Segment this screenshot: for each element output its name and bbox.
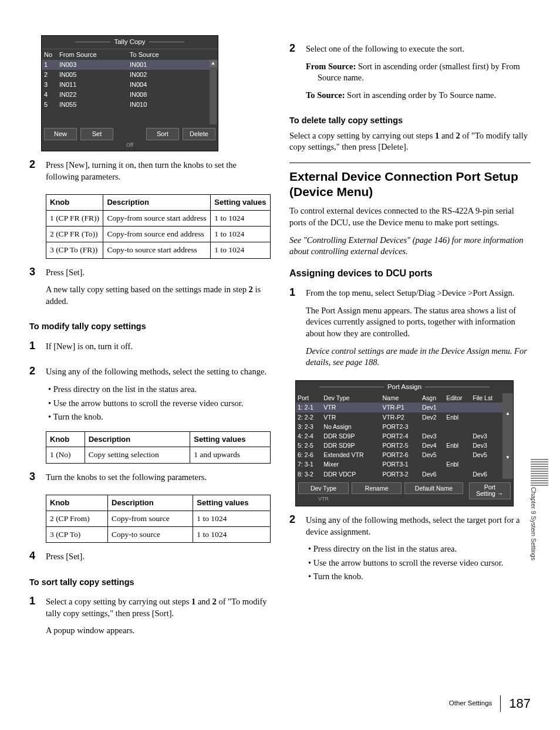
tally-copy-panel: Tally Copy No From Source To Source 1 IN… [41,35,218,151]
port-setting-button[interactable]: PortSetting → [469,482,511,499]
step: 2 Using any of the following methods, se… [289,512,531,585]
step-text: Select a copy setting by carrying out st… [46,596,271,619]
table-row: 2 (CP From)Copy-from source1 to 1024 [46,511,271,526]
table-row[interactable]: 4: 2-4DDR SD9PPORT2-4Dev3Dev3 [296,431,513,441]
step-number: 4 [29,549,40,569]
divider [500,695,501,712]
rename-button[interactable]: Rename [352,482,402,494]
step-number: 1 [29,594,40,643]
table-row[interactable]: 8: 3-2DDR VDCPPORT3-2Dev6Dev6 [296,469,513,479]
step-number: 2 [29,364,40,425]
port-assign-table: Port Dev Type Name Asgn Editor File Lst … [296,393,513,479]
note: Device control settings are made in the … [306,346,531,369]
new-button[interactable]: New [44,128,77,140]
tally-header-row: No From Source To Source [42,49,218,60]
step-text: The Port Assign menu appears. The status… [306,305,531,340]
cross-reference: See "Controlling External Devices" (page… [289,235,531,258]
table-row: 1 (No)Copy setting selection1 and upward… [46,447,271,463]
knob-table-3: KnobDescriptionSetting values 2 (CP From… [46,495,271,543]
tally-body: 1 IN003 IN001 2 IN005 IN002 3 IN011 IN00… [42,60,218,124]
step-number: 2 [289,512,300,585]
sort-button[interactable]: Sort [146,128,179,140]
step-number: 2 [29,157,40,188]
table-row[interactable]: 5 IN055 IN010 [42,100,218,110]
scrollbar[interactable]: ▲ [210,60,217,124]
table-row[interactable]: 3 IN011 IN004 [42,80,218,90]
paragraph: Select a copy setting by carrying out st… [289,130,531,153]
bullet: Press directry on the list in the status… [46,384,271,396]
set-button[interactable]: Set [80,128,113,140]
subsection-heading: Assigning devices to DCU ports [289,267,531,280]
step: 4 Press [Set]. [29,549,271,569]
knob-table-1: KnobDescriptionSetting values 1 (CP FR (… [46,194,271,258]
table-row: 3 (CP To (FR))Copy-to source start addre… [46,242,271,258]
option-from-source: From Source: Sort in ascending order (sm… [306,61,531,84]
bullet: Turn the knob. [46,411,271,423]
header-from: From Source [59,50,130,59]
step-number: 1 [289,285,300,374]
step-number: 1 [29,339,40,359]
bullet: Use the arrow buttons to scroll the reve… [306,557,531,569]
step: 3 Press [Set]. A new tally copy setting … [29,265,271,313]
table-row: 3 (CP To)Copy-to source1 to 1024 [46,526,271,542]
chapter-label: Chapter 9 System Settings [529,487,538,560]
table-row: 1 (CP FR (FR))Copy-from source start add… [46,211,271,227]
header-to: To Source [130,50,194,59]
table-row[interactable]: 6: 2-6Extended VTRPORT2-6Dev5Dev5 [296,450,513,459]
table-row[interactable]: 2 IN005 IN002 [42,70,218,80]
subsection-heading: To delete tally copy settings [289,115,531,127]
panel-title: Tally Copy [42,36,218,49]
table-row[interactable]: 5: 2-5DDR SD9PPORT2-5Dev4EnblDev3 [296,441,513,450]
thumb-index-icon [531,458,548,487]
table-row[interactable]: 3: 2-3No AssignPORT2-3 [296,422,513,431]
option-to-source: To Source: Sort in ascending order by To… [306,90,531,102]
port-button-row: Dev Type VTR Rename Default Name PortSet… [296,479,513,506]
right-column: 2 Select one of the following to execute… [289,35,531,648]
step-text: Press [Set]. [46,551,271,563]
left-column: Tally Copy No From Source To Source 1 IN… [29,35,271,648]
bullet: Use the arrow buttons to scroll the reve… [46,398,271,410]
table-row[interactable]: 1: 2-1VTRVTR-P1Dev1 [296,403,513,412]
table-row: 2 (CP FR (To))Copy-from source end addre… [46,227,271,242]
step: 3 Turn the knobs to set the following pa… [29,469,271,489]
step-text: Using any of the following methods, sele… [46,366,271,378]
step-number: 2 [289,41,300,107]
knob-table-2: KnobDescriptionSetting values 1 (No)Copy… [46,431,271,464]
step: 1 If [New] is on, turn it off. [29,339,271,359]
step-text: Using any of the following methods, sele… [306,515,531,538]
devtype-button[interactable]: Dev Type [298,482,349,494]
bullet: Turn the knob. [306,571,531,583]
subsection-heading: To modify tally copy settings [29,321,271,333]
subsection-heading: To sort tally copy settings [29,577,271,589]
delete-button[interactable]: Delete [183,128,215,140]
new-state-label: Off [42,141,218,151]
step: 2 Select one of the following to execute… [289,41,531,107]
paragraph: To control external devices connected to… [289,205,531,228]
devtype-value: VTR [298,495,349,502]
step: 2 Using any of the following methods, se… [29,364,271,425]
scroll-up-icon[interactable]: ▲ [210,60,217,67]
page-number: 187 [509,695,531,712]
step: 1 Select a copy setting by carrying out … [29,594,271,643]
panel-title: Port Assign [296,381,513,394]
step-number: 3 [29,469,40,489]
page-footer: Other Settings 187 [449,695,531,712]
table-row[interactable]: 1 IN003 IN001 [42,60,218,70]
header-row: Port Dev Type Name Asgn Editor File Lst … [296,393,513,403]
default-name-button[interactable]: Default Name [404,482,463,494]
section-label: Other Settings [449,699,492,708]
table-row[interactable]: 4 IN022 IN008 [42,90,218,100]
scrollbar[interactable]: ▲▼ [502,393,513,479]
step-text: If [New] is on, turn it off. [46,341,271,353]
step-text: Press [New], turning it on, then turn th… [46,160,271,182]
bullet: Press directry on the list in the status… [306,543,531,555]
section-heading: External Device Connection Port Setup (D… [289,163,531,200]
step: 2 Press [New], turning it on, then turn … [29,157,271,188]
header-no: No [42,50,59,59]
step-text: Select one of the following to execute t… [306,43,531,55]
step-text: Turn the knobs to set the following para… [46,472,271,484]
step: 1 From the top menu, select Setup/Diag >… [289,285,531,374]
step-text: Press [Set]. [46,267,271,279]
table-row[interactable]: 7: 3-1MixerPORT3-1Enbl [296,459,513,469]
table-row[interactable]: 2: 2-2VTRVTR-P2Dev2Enbl [296,413,513,422]
